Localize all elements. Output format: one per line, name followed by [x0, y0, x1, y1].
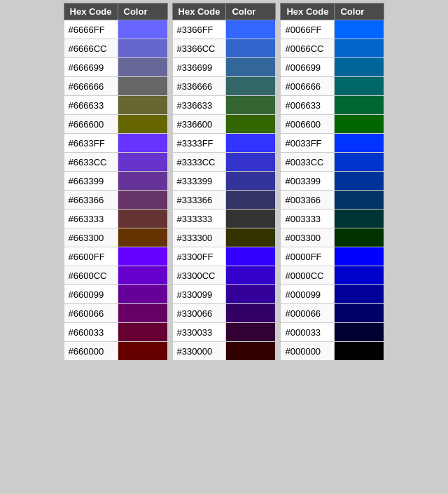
color-cell	[226, 304, 276, 323]
color-swatch	[118, 266, 167, 284]
hex-code-cell[interactable]: #0066CC	[281, 39, 335, 58]
table-row: #330099	[172, 285, 276, 304]
color-swatch	[226, 153, 275, 171]
hex-code-cell[interactable]: #000066	[281, 304, 335, 323]
hex-code-cell[interactable]: #663399	[64, 172, 118, 191]
hex-code-cell[interactable]: #6600CC	[64, 266, 118, 285]
hex-code-cell[interactable]: #003399	[281, 172, 335, 191]
hex-code-cell[interactable]: #336600	[172, 115, 226, 134]
color-swatch	[226, 20, 275, 39]
hex-code-cell[interactable]: #6633CC	[64, 153, 118, 172]
color-cell	[226, 247, 276, 266]
hex-code-cell[interactable]: #003300	[281, 228, 335, 247]
table-row: #003399	[281, 172, 384, 191]
hex-code-cell[interactable]: #006699	[281, 58, 335, 77]
hex-code-cell[interactable]: #0066FF	[281, 20, 335, 39]
hex-code-cell[interactable]: #6600FF	[64, 247, 118, 266]
hex-code-cell[interactable]: #663366	[64, 191, 118, 210]
color-swatch	[335, 115, 384, 133]
table-row: #0000CC	[281, 266, 384, 285]
table3-hex-header: Hex Code	[281, 4, 335, 20]
color-cell	[226, 96, 276, 115]
color-swatch	[335, 210, 384, 228]
table-row: #0066CC	[281, 39, 384, 58]
hex-code-cell[interactable]: #3333CC	[172, 153, 226, 172]
table-row: #000033	[281, 323, 384, 342]
hex-code-cell[interactable]: #330000	[172, 342, 226, 361]
hex-code-cell[interactable]: #006600	[281, 115, 335, 134]
hex-code-cell[interactable]: #330099	[172, 285, 226, 304]
hex-code-cell[interactable]: #330033	[172, 323, 226, 342]
color-swatch	[226, 323, 275, 341]
color-swatch	[335, 96, 384, 114]
color-swatch	[118, 210, 167, 228]
color-cell	[335, 342, 384, 361]
table2-hex-header: Hex Code	[172, 4, 226, 20]
hex-code-cell[interactable]: #333366	[172, 191, 226, 210]
color-swatch	[118, 153, 167, 171]
color-cell	[226, 172, 276, 191]
hex-code-cell[interactable]: #333399	[172, 172, 226, 191]
color-swatch	[226, 134, 275, 152]
table-row: #336633	[172, 96, 276, 115]
hex-code-cell[interactable]: #6633FF	[64, 134, 118, 153]
color-swatch	[118, 58, 167, 76]
color-cell	[335, 39, 384, 58]
color-swatch	[335, 247, 384, 266]
hex-code-cell[interactable]: #336633	[172, 96, 226, 115]
hex-code-cell[interactable]: #6666CC	[64, 39, 118, 58]
table-row: #6666FF	[64, 20, 167, 39]
color-cell	[118, 115, 167, 134]
hex-code-cell[interactable]: #663333	[64, 210, 118, 228]
hex-code-cell[interactable]: #330066	[172, 304, 226, 323]
hex-code-cell[interactable]: #666666	[64, 77, 118, 96]
hex-code-cell[interactable]: #0000CC	[281, 266, 335, 285]
color-cell	[335, 228, 384, 247]
hex-code-cell[interactable]: #3366FF	[172, 20, 226, 39]
color-cell	[118, 247, 167, 266]
hex-code-cell[interactable]: #660099	[64, 285, 118, 304]
hex-code-cell[interactable]: #666699	[64, 58, 118, 77]
hex-code-cell[interactable]: #000000	[281, 342, 335, 361]
color-cell	[118, 304, 167, 323]
color-cell	[335, 115, 384, 134]
table-row: #0066FF	[281, 20, 384, 39]
color-swatch	[335, 191, 384, 209]
color-swatch	[226, 58, 275, 76]
table-row: #333300	[172, 228, 276, 247]
hex-code-cell[interactable]: #006633	[281, 96, 335, 115]
table-row: #006600	[281, 115, 384, 134]
hex-code-cell[interactable]: #336666	[172, 77, 226, 96]
hex-code-cell[interactable]: #666600	[64, 115, 118, 134]
hex-code-cell[interactable]: #003366	[281, 191, 335, 210]
hex-code-cell[interactable]: #006666	[281, 77, 335, 96]
color-cell	[226, 210, 276, 228]
color-swatch	[335, 228, 384, 247]
table-row: #666666	[64, 77, 167, 96]
hex-code-cell[interactable]: #660000	[64, 342, 118, 361]
hex-code-cell[interactable]: #3366CC	[172, 39, 226, 58]
hex-code-cell[interactable]: #666633	[64, 96, 118, 115]
table-row: #0033CC	[281, 153, 384, 172]
hex-code-cell[interactable]: #660066	[64, 304, 118, 323]
hex-code-cell[interactable]: #0000FF	[281, 247, 335, 266]
hex-code-cell[interactable]: #3300FF	[172, 247, 226, 266]
hex-code-cell[interactable]: #333300	[172, 228, 226, 247]
hex-code-cell[interactable]: #000033	[281, 323, 335, 342]
table2-color-header: Color	[226, 4, 276, 20]
hex-code-cell[interactable]: #000099	[281, 285, 335, 304]
hex-code-cell[interactable]: #003333	[281, 210, 335, 228]
hex-code-cell[interactable]: #0033FF	[281, 134, 335, 153]
hex-code-cell[interactable]: #3300CC	[172, 266, 226, 285]
hex-code-cell[interactable]: #663300	[64, 228, 118, 247]
hex-code-cell[interactable]: #6666FF	[64, 20, 118, 39]
table-row: #330066	[172, 304, 276, 323]
table-row: #003366	[281, 191, 384, 210]
color-cell	[335, 247, 384, 266]
table-row: #330000	[172, 342, 276, 361]
hex-code-cell[interactable]: #336699	[172, 58, 226, 77]
hex-code-cell[interactable]: #660033	[64, 323, 118, 342]
hex-code-cell[interactable]: #0033CC	[281, 153, 335, 172]
hex-code-cell[interactable]: #3333FF	[172, 134, 226, 153]
hex-code-cell[interactable]: #333333	[172, 210, 226, 228]
